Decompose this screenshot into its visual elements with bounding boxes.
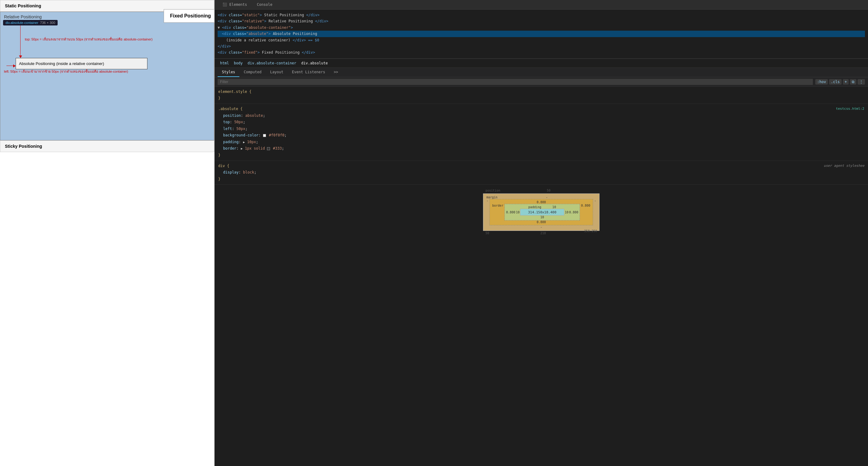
- rule-source-absolute: testcss.html:2: [836, 106, 864, 112]
- bm-margin-bottom: -: [485, 225, 597, 229]
- bm-padding-bottom-val: 10: [506, 216, 578, 219]
- browser-panel: Static Positioning div.absolute-containe…: [0, 0, 215, 466]
- styles-tabs: Styles Computed Layout Event Listeners >…: [215, 68, 868, 77]
- bm-margin-dash: -: [546, 195, 548, 199]
- left-annotation: left: 50px = เลื่อนเข้ามาจากซ้าย 50px (จ…: [4, 69, 128, 74]
- bm-padding-middle: 0.800 10 314.150x18.400 10 0.80: [506, 209, 578, 216]
- static-label: Static Positioning: [5, 3, 41, 8]
- bm-border-left-num: 0.800: [506, 211, 515, 214]
- bm-border-right-num: 0.800: [569, 211, 578, 214]
- bm-right-val: 350.250: [584, 229, 597, 233]
- rule-prop-background: background-color: #f0f0f0;: [218, 132, 864, 139]
- bm-position-row: position 50: [483, 188, 599, 193]
- bm-margin: margin - - 0.800 border: [483, 193, 599, 231]
- bm-border-middle: border padding 10 0.800 10: [491, 204, 592, 220]
- fixed-positioning-box: Fixed Positioning: [164, 9, 215, 23]
- rule-selector-div: div { user agent styleshee: [218, 163, 864, 169]
- tab-event-listeners[interactable]: Event Listeners: [288, 68, 330, 77]
- bc-body[interactable]: body: [231, 60, 245, 66]
- tooltip-classname: div.absolute-container: [5, 21, 38, 25]
- bm-position-val: 50: [547, 189, 551, 192]
- hov-badge[interactable]: :hov: [815, 79, 828, 85]
- rule-prop-position: position: absolute;: [218, 113, 864, 119]
- bc-html[interactable]: html: [218, 60, 231, 66]
- sticky-positioning-box: Sticky Positioning: [0, 141, 214, 152]
- rule-prop-padding: padding: ▶ 10px;: [218, 139, 864, 146]
- color-swatch-bg: [263, 134, 266, 137]
- dom-line-absolute-text: (inside a relative container) </div> == …: [218, 37, 865, 43]
- dom-line-relative: <div class="relative"> Relative Position…: [218, 18, 865, 24]
- dom-line-abs-container-close: </div>: [218, 43, 865, 49]
- bm-padding: padding 10 0.800 10 314.150x18.400: [504, 204, 580, 220]
- rule-close-element: }: [218, 95, 864, 102]
- bm-width-val: 210: [540, 231, 546, 235]
- dom-tree: <div class="static"> Static Positioning …: [215, 9, 868, 59]
- add-badge[interactable]: +: [843, 79, 849, 85]
- cls-badge[interactable]: .cls: [829, 79, 842, 85]
- tab-styles[interactable]: Styles: [218, 68, 239, 77]
- absolute-box: Absolute Positioning (inside a relative …: [16, 58, 148, 69]
- dom-line-absolute[interactable]: <div class="absolute"> Absolute Position…: [218, 31, 865, 37]
- copy-badge[interactable]: ⧉: [850, 79, 856, 85]
- tab-more[interactable]: >>: [330, 68, 342, 77]
- bm-left-val: 50: [486, 231, 489, 235]
- bm-margin-label: margin: [487, 195, 497, 199]
- bm-border-left-val: border: [491, 204, 504, 220]
- rule-element-style: element.style { }: [215, 87, 868, 104]
- bm-padding-top-val: padding 10: [506, 206, 578, 209]
- bm-position-label: position: [486, 189, 500, 192]
- rule-prop-left: left: 50px;: [218, 126, 864, 132]
- rule-selector-absolute: .absolute { testcss.html:2: [218, 106, 864, 113]
- top-arrow-vertical: [20, 25, 21, 58]
- bm-pad-left-num: 10: [515, 211, 520, 214]
- devtools-panel: ⬛ Elements Console <div class="static"> …: [215, 0, 868, 466]
- element-tooltip: div.absolute-container 736 × 300: [3, 20, 58, 26]
- rule-close-absolute: }: [218, 152, 864, 159]
- sticky-label: Sticky Positioning: [5, 144, 42, 149]
- rule-prop-top: top: 50px;: [218, 119, 864, 126]
- filter-bar: :hov .cls + ⧉ ⋮: [215, 77, 868, 87]
- bc-abs-container[interactable]: div.absolute-container: [245, 60, 299, 66]
- tab-console[interactable]: Console: [252, 0, 277, 9]
- breadcrumb-bar: html body div.absolute-container div.abs…: [215, 59, 868, 68]
- box-model: position 50 margin - - 0.800: [483, 188, 599, 233]
- dom-line-fixed: <div class="fixed"> Fixed Positioning </…: [218, 49, 865, 56]
- settings-badge[interactable]: ⋮: [858, 79, 865, 85]
- bm-content: 314.150x18.400: [520, 209, 564, 216]
- bm-margin-labels: margin -: [485, 195, 597, 199]
- rule-prop-display: display: block;: [218, 169, 864, 176]
- tab-computed[interactable]: Computed: [239, 68, 266, 77]
- rule-selector-element: element.style {: [218, 89, 864, 95]
- bm-content-val: 314.150x18.400: [528, 210, 557, 214]
- color-swatch-border: [267, 147, 270, 150]
- box-model-container: position 50 margin - - 0.800: [215, 185, 868, 237]
- absolute-container: Relative Positioning top: 50px = เลื่อนล…: [0, 12, 214, 141]
- bm-margin-right: -: [593, 199, 597, 225]
- bm-border-bottom-val: 0.800: [491, 220, 592, 224]
- bm-pad-right-num: 10: [565, 211, 569, 214]
- bm-margin-left: -: [485, 199, 490, 225]
- rule-close-div: }: [218, 176, 864, 183]
- filter-badges: :hov .cls + ⧉ ⋮: [815, 79, 865, 85]
- bm-border: 0.800 border padding 10 0.800 10: [490, 199, 593, 225]
- bm-border-top-val: 0.800: [491, 200, 592, 204]
- rule-source-ua: user agent styleshee: [824, 163, 864, 169]
- tooltip-dimensions: 736 × 300: [40, 21, 55, 25]
- rule-absolute: .absolute { testcss.html:2 position: abs…: [215, 104, 868, 161]
- filter-input[interactable]: [218, 79, 813, 85]
- dom-line-static: <div class="static"> Static Positioning …: [218, 12, 865, 18]
- tab-layout[interactable]: Layout: [266, 68, 287, 77]
- bc-absolute[interactable]: div.absolute: [299, 60, 331, 66]
- devtools-top-tabs: ⬛ Elements Console: [215, 0, 868, 9]
- tab-elements[interactable]: ⬛ Elements: [218, 0, 252, 9]
- rule-ua: div { user agent styleshee display: bloc…: [215, 161, 868, 185]
- rule-prop-border: border: ▶ 1px solid #333;: [218, 145, 864, 152]
- bm-border-right-val: 0.800: [580, 204, 592, 220]
- dom-line-abs-container-open: ▼ <div class="absolute-container">: [218, 25, 865, 31]
- bm-margin-middle: - 0.800 border padding 10 0: [485, 199, 597, 225]
- left-arrow: [6, 66, 16, 66]
- top-annotation: top: 50px = เลื่อนลงมาจากด้านบน 50px (จา…: [25, 36, 153, 42]
